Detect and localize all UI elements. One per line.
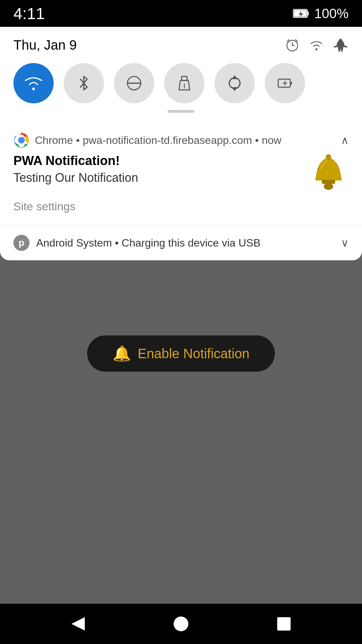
enable-notif-label: Enable Notification (138, 346, 250, 361)
android-expand-icon[interactable]: ∨ (341, 236, 349, 249)
notif-message: Testing Our Notification (13, 171, 308, 185)
home-button[interactable] (168, 610, 194, 637)
date-display: Thu, Jan 9 (13, 38, 77, 53)
bluetooth-toggle[interactable] (64, 63, 104, 103)
quick-settings: Thu, Jan 9 (0, 27, 362, 123)
auto-rotate-toggle[interactable] (215, 63, 255, 103)
svg-point-26 (326, 154, 331, 160)
svg-marker-17 (232, 87, 237, 91)
svg-point-28 (324, 183, 333, 190)
pwa-notification-card: Chrome • pwa-notification-td.firebaseapp… (0, 123, 362, 225)
svg-point-10 (315, 48, 317, 50)
svg-point-11 (32, 88, 35, 90)
status-time: 4:11 (13, 4, 45, 23)
wifi-toggle[interactable] (13, 63, 54, 103)
svg-rect-31 (277, 617, 291, 631)
svg-rect-19 (290, 82, 292, 85)
enable-notification-button[interactable]: 🔔 Enable Notification (87, 335, 275, 372)
alarm-clock-icon[interactable] (284, 37, 300, 53)
notif-source-text: Chrome • pwa-notification-td.firebaseapp… (35, 134, 282, 147)
notif-expand-icon[interactable]: ∧ (341, 134, 349, 147)
chrome-app-icon (13, 132, 29, 148)
android-system-icon: p (13, 235, 29, 251)
notif-title: PWA Notification! (13, 154, 308, 168)
header-icons (284, 37, 349, 53)
status-icons: 100% (293, 6, 349, 21)
navigation-bar (0, 604, 362, 644)
notif-header: Chrome • pwa-notification-td.firebaseapp… (13, 132, 349, 148)
svg-point-30 (174, 616, 188, 631)
flashlight-toggle[interactable] (164, 63, 204, 103)
wifi-status-icon[interactable] (308, 37, 324, 53)
svg-rect-14 (182, 76, 187, 80)
battery-icon (293, 8, 309, 19)
dnd-toggle[interactable] (114, 63, 154, 103)
scroll-indicator (168, 110, 194, 113)
notification-cards: Chrome • pwa-notification-td.firebaseapp… (0, 123, 362, 260)
enable-notif-container: 🔔 Enable Notification (87, 335, 275, 372)
back-button[interactable] (65, 610, 92, 637)
notif-source: Chrome • pwa-notification-td.firebaseapp… (13, 132, 282, 148)
battery-saver-toggle[interactable] (265, 63, 305, 103)
android-notif-text: Android System • Charging this device vi… (36, 237, 334, 249)
status-bar: 4:11 100% (0, 0, 362, 27)
notification-panel: Thu, Jan 9 (0, 27, 362, 260)
airplane-mode-icon[interactable] (333, 37, 349, 53)
quick-settings-header: Thu, Jan 9 (13, 37, 349, 53)
svg-point-25 (19, 138, 23, 142)
pwa-bell-icon (308, 154, 349, 191)
notif-content: PWA Notification! Testing Our Notificati… (13, 154, 308, 185)
battery-percent: 100% (314, 6, 349, 21)
btn-bell-icon: 🔔 (113, 345, 131, 362)
quick-toggle-row (13, 63, 349, 103)
svg-marker-29 (71, 617, 85, 631)
site-settings-action[interactable]: Site settings (13, 197, 349, 216)
notif-body: PWA Notification! Testing Our Notificati… (13, 154, 349, 191)
recents-button[interactable] (270, 610, 297, 637)
android-notif-content: p Android System • Charging this device … (13, 235, 349, 251)
android-system-notification: p Android System • Charging this device … (0, 225, 362, 260)
svg-rect-1 (307, 11, 309, 15)
